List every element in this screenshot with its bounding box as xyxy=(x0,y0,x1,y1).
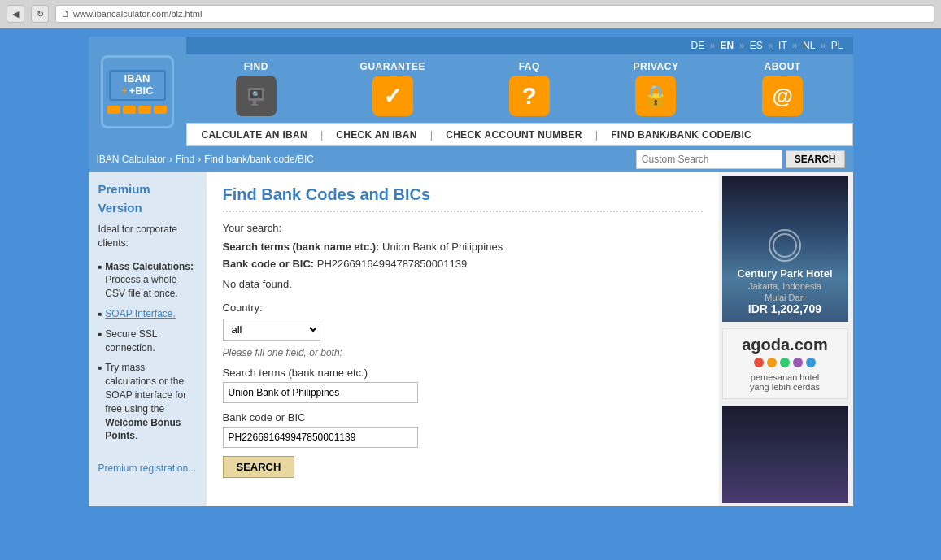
google-search-button[interactable]: SEARCH xyxy=(786,150,845,168)
lang-en[interactable]: EN xyxy=(721,40,734,51)
nav-find[interactable]: FIND 🔍 xyxy=(236,61,277,116)
content-area: Premium Version Ideal for corporate clie… xyxy=(89,172,853,506)
logo-box: IBAN + +BIC xyxy=(101,55,174,128)
page-icon: 🗋 xyxy=(61,9,70,19)
sidebar-subtitle: Version xyxy=(98,201,197,215)
svg-rect-4 xyxy=(251,104,258,106)
nav-privacy-label: PRIVACY xyxy=(633,61,678,72)
nav-guarantee-label: GUARANTEE xyxy=(360,61,426,72)
search-terms-input[interactable] xyxy=(223,382,418,403)
logo-bic: +BIC xyxy=(129,85,154,96)
nav-calculate-iban[interactable]: CALCULATE AN IBAN xyxy=(195,129,314,141)
back-button[interactable]: ◀ xyxy=(7,5,24,23)
site-header: IBAN + +BIC xyxy=(89,37,853,146)
search-submit-button[interactable]: SEARCH xyxy=(223,456,295,478)
sidebar-item-soap: SOAP Interface. xyxy=(98,307,197,321)
hotel-from: Mulai Dari xyxy=(765,293,805,302)
agoda-dot-purple xyxy=(793,358,803,367)
search-form: Country: all Please fill one field, or b… xyxy=(223,302,703,478)
search-terms-result: Search terms (bank name etc.): Union Ban… xyxy=(223,241,703,253)
browser-chrome: ◀ ↻ 🗋 www.ibancalculator.com/blz.html xyxy=(0,0,941,28)
breadcrumb-find[interactable]: Find xyxy=(176,154,194,165)
hotel-ad-image[interactable]: Century Park Hotel Jakarta, Indonesia Mu… xyxy=(722,176,848,322)
refresh-button[interactable]: ↻ xyxy=(31,5,49,23)
logo-text: IBAN + +BIC xyxy=(120,73,153,97)
lang-it[interactable]: IT xyxy=(778,40,787,51)
url-text: www.ibancalculator.com/blz.html xyxy=(73,9,202,19)
sidebar-mass-text: Process a whole CSV file at once. xyxy=(105,274,177,299)
fill-note: Please fill one field, or both: xyxy=(223,347,703,358)
faq-icon-box: ? xyxy=(509,76,550,116)
nav-find-bank[interactable]: FIND BANK/BANK CODE/BIC xyxy=(604,129,758,141)
hotel-ad-image-2[interactable] xyxy=(722,406,848,503)
sidebar-soap-link[interactable]: SOAP Interface. xyxy=(105,307,176,321)
nav-faq[interactable]: FAQ ? xyxy=(509,61,550,116)
svg-rect-3 xyxy=(253,101,256,104)
lang-pl[interactable]: PL xyxy=(831,40,843,51)
country-row: all xyxy=(223,319,703,341)
address-bar[interactable]: 🗋 www.ibancalculator.com/blz.html xyxy=(55,5,934,23)
premium-registration-link[interactable]: Premium registration... xyxy=(98,462,197,474)
nav-check-account[interactable]: CHECK ACCOUNT NUMBER xyxy=(439,129,589,141)
lang-de[interactable]: DE xyxy=(691,40,705,51)
site-container: IBAN + +BIC xyxy=(89,37,853,506)
nav-find-label: FIND xyxy=(244,61,268,72)
logo-btn-4 xyxy=(154,106,167,114)
logo-buttons xyxy=(107,106,167,114)
breadcrumb-current: Find bank/bank code/BIC xyxy=(204,154,314,165)
agoda-tagline-2: yang lebih cerdas xyxy=(730,382,841,392)
page-title: Find Bank Codes and BICs xyxy=(223,185,703,212)
sidebar: Premium Version Ideal for corporate clie… xyxy=(89,172,207,506)
nav-privacy[interactable]: PRIVACY 🔒 xyxy=(633,61,678,116)
bank-code-field-label: Bank code or BIC xyxy=(223,411,703,423)
nav-check-iban[interactable]: CHECK AN IBAN xyxy=(329,129,423,141)
guarantee-icon-box: ✓ xyxy=(372,76,413,116)
agoda-dot-red xyxy=(754,358,764,367)
breadcrumb-home[interactable]: IBAN Calculator xyxy=(97,154,166,165)
bank-code-value: PH22669164994787850001139 xyxy=(317,258,467,270)
privacy-icon-box: 🔒 xyxy=(635,76,676,116)
agoda-dot-blue xyxy=(806,358,816,367)
sidebar-mass-bold: Mass Calculations: xyxy=(105,261,194,272)
sidebar-title: Premium xyxy=(98,182,197,196)
guarantee-icon: ✓ xyxy=(383,83,402,110)
bank-code-result: Bank code or BIC: PH22669164994787850001… xyxy=(223,258,703,270)
privacy-icon: 🔒 xyxy=(643,84,669,109)
about-icon: @ xyxy=(772,84,792,109)
lang-nl[interactable]: NL xyxy=(803,40,815,51)
logo-btn-2 xyxy=(123,106,136,114)
agoda-banner[interactable]: agoda.com pemesanan hotel yang lebih cer… xyxy=(722,328,848,399)
search-terms-field-label: Search terms (bank name etc.) xyxy=(223,367,703,379)
hotel-logo-circle xyxy=(769,229,801,262)
logo-area: IBAN + +BIC xyxy=(89,37,186,146)
logo-btn-1 xyxy=(107,106,120,114)
sidebar-try-text: Try mass calculations or the SOAP interf… xyxy=(105,361,196,443)
ad-area: Century Park Hotel Jakarta, Indonesia Mu… xyxy=(719,172,853,506)
about-icon-box: @ xyxy=(762,76,803,116)
google-search-input[interactable] xyxy=(636,150,782,169)
sidebar-desc: Ideal for corporate clients: xyxy=(98,223,197,250)
nav-menu: CALCULATE AN IBAN | CHECK AN IBAN | CHEC… xyxy=(186,123,853,146)
no-data-text: No data found. xyxy=(223,278,703,290)
main-content: Find Bank Codes and BICs Your search: Se… xyxy=(207,172,719,506)
breadcrumb: IBAN Calculator › Find › Find bank/bank … xyxy=(97,154,314,165)
bank-code-label: Bank code or BIC: xyxy=(223,258,315,270)
logo-btn-3 xyxy=(138,106,151,114)
nav-about[interactable]: ABOUT @ xyxy=(762,61,803,116)
hotel-location: Jakarta, Indonesia xyxy=(748,281,821,291)
agoda-dots xyxy=(730,358,841,367)
breadcrumb-bar: IBAN Calculator › Find › Find bank/bank … xyxy=(89,146,853,172)
agoda-dot-green xyxy=(780,358,790,367)
country-select[interactable]: all xyxy=(223,319,320,341)
country-label: Country: xyxy=(223,302,703,314)
bank-code-input[interactable] xyxy=(223,427,418,448)
nav-guarantee[interactable]: GUARANTEE ✓ xyxy=(360,61,426,116)
logo-iban: IBAN xyxy=(120,73,153,84)
hotel-name: Century Park Hotel xyxy=(737,267,832,280)
nav-faq-label: FAQ xyxy=(519,61,540,72)
page-wrapper: IBAN + +BIC xyxy=(0,28,941,560)
agoda-tagline-1: pemesanan hotel xyxy=(730,372,841,382)
lang-es[interactable]: ES xyxy=(750,40,763,51)
search-bar-area: SEARCH xyxy=(636,150,845,169)
find-icon-box: 🔍 xyxy=(236,76,277,116)
